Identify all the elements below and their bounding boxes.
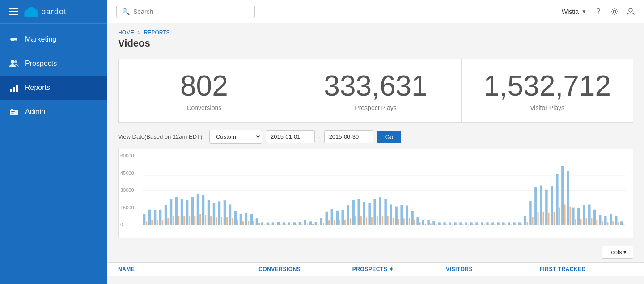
svg-rect-192 xyxy=(599,215,601,225)
date-from-input[interactable] xyxy=(266,130,315,143)
svg-rect-26 xyxy=(154,210,156,225)
column-header-prospects[interactable]: PROSPECTS ✦ xyxy=(352,266,446,272)
svg-rect-137 xyxy=(452,225,453,225)
column-header-visitors[interactable]: VISITORS xyxy=(446,266,539,272)
breadcrumb-separator: > xyxy=(137,30,140,36)
svg-rect-180 xyxy=(567,171,569,225)
page-title: Videos xyxy=(118,38,633,49)
svg-rect-125 xyxy=(419,223,421,225)
sidebar-item-prospects[interactable]: Prospects xyxy=(0,51,107,76)
svg-rect-98 xyxy=(347,205,349,225)
svg-rect-77 xyxy=(291,225,292,225)
svg-rect-64 xyxy=(256,219,258,225)
svg-rect-84 xyxy=(309,222,312,225)
svg-rect-178 xyxy=(561,166,564,225)
sidebar-item-marketing[interactable]: Marketing xyxy=(0,27,107,51)
stat-card-conversions: 802 Conversions xyxy=(118,59,290,123)
svg-rect-150 xyxy=(486,223,488,225)
svg-rect-163 xyxy=(521,225,523,225)
svg-rect-49 xyxy=(216,218,217,225)
svg-rect-131 xyxy=(436,224,437,225)
svg-rect-132 xyxy=(438,223,440,225)
svg-rect-76 xyxy=(288,223,290,225)
svg-rect-83 xyxy=(307,224,308,225)
sidebar-item-reports[interactable]: Reports xyxy=(0,76,107,100)
svg-rect-57 xyxy=(237,221,238,225)
svg-rect-148 xyxy=(481,223,483,225)
chevron-down-icon: ▼ xyxy=(581,8,587,15)
svg-rect-8 xyxy=(13,87,15,92)
sidebar-item-admin[interactable]: Admin xyxy=(0,100,107,124)
svg-rect-47 xyxy=(210,216,212,225)
breadcrumb-home[interactable]: HOME xyxy=(118,30,134,36)
svg-rect-127 xyxy=(425,224,426,225)
svg-rect-67 xyxy=(264,225,265,225)
svg-rect-120 xyxy=(406,206,408,225)
svg-rect-78 xyxy=(293,223,296,225)
prospect-plays-value: 333,631 xyxy=(324,70,427,102)
sidebar-navigation: Marketing Prospects xyxy=(0,24,107,284)
svg-rect-53 xyxy=(226,217,228,225)
svg-rect-185 xyxy=(580,220,581,225)
hamburger-button[interactable] xyxy=(7,7,20,17)
svg-rect-162 xyxy=(518,223,521,225)
svg-rect-75 xyxy=(285,225,287,225)
svg-rect-165 xyxy=(527,222,528,225)
tools-button[interactable]: Tools ▾ xyxy=(602,246,633,259)
svg-rect-38 xyxy=(186,200,188,225)
help-icon[interactable]: ? xyxy=(594,7,603,16)
search-box[interactable]: 🔍 xyxy=(116,5,255,18)
svg-rect-99 xyxy=(350,219,351,225)
svg-rect-87 xyxy=(318,225,319,225)
conversions-value: 802 xyxy=(180,70,228,102)
svg-rect-123 xyxy=(414,220,415,225)
svg-rect-11 xyxy=(11,109,13,111)
svg-rect-122 xyxy=(411,211,413,225)
svg-rect-186 xyxy=(583,205,585,225)
conversions-label: Conversions xyxy=(186,104,221,111)
stats-row: 802 Conversions 333,631 Prospect Plays 1… xyxy=(118,59,633,123)
svg-rect-194 xyxy=(604,216,606,225)
column-header-name[interactable]: NAME xyxy=(118,266,258,272)
org-selector[interactable]: Wistia ▼ xyxy=(562,8,587,15)
search-input[interactable] xyxy=(133,8,249,15)
svg-rect-31 xyxy=(167,219,169,225)
svg-rect-105 xyxy=(366,218,367,225)
svg-rect-152 xyxy=(491,223,494,225)
svg-rect-108 xyxy=(373,199,376,225)
svg-rect-104 xyxy=(363,202,365,225)
svg-rect-46 xyxy=(208,200,210,225)
svg-rect-128 xyxy=(427,220,429,225)
org-name: Wistia xyxy=(562,8,579,15)
svg-rect-71 xyxy=(275,225,276,225)
settings-icon[interactable] xyxy=(610,7,619,16)
topbar: 🔍 Wistia ▼ ? xyxy=(107,0,644,23)
column-header-conversions[interactable]: CONVERSIONS xyxy=(258,266,352,272)
svg-rect-154 xyxy=(497,223,499,225)
svg-rect-187 xyxy=(585,219,587,225)
table-toolbar: Tools ▾ xyxy=(107,244,644,260)
svg-rect-52 xyxy=(224,201,226,225)
svg-rect-9 xyxy=(16,85,18,92)
date-range-select[interactable]: Custom Today Yesterday Last 7 Days Last … xyxy=(209,130,262,144)
svg-rect-173 xyxy=(548,213,549,225)
svg-rect-85 xyxy=(312,224,314,225)
svg-rect-134 xyxy=(443,223,445,225)
user-icon[interactable] xyxy=(626,7,635,16)
svg-rect-68 xyxy=(267,223,269,225)
svg-rect-115 xyxy=(393,218,394,225)
svg-rect-82 xyxy=(304,220,306,225)
svg-rect-138 xyxy=(454,223,456,225)
svg-rect-156 xyxy=(502,223,504,225)
svg-rect-45 xyxy=(205,215,206,225)
main-content: 🔍 Wistia ▼ ? xyxy=(107,0,644,284)
breadcrumb-reports[interactable]: REPORTS xyxy=(144,30,170,36)
date-to-input[interactable] xyxy=(324,130,373,143)
marketing-label: Marketing xyxy=(25,35,56,43)
go-button[interactable]: Go xyxy=(377,131,402,143)
column-header-first-tracked[interactable]: FIRST TRACKED xyxy=(540,266,633,272)
svg-rect-90 xyxy=(326,212,328,225)
svg-rect-110 xyxy=(379,197,381,225)
svg-rect-73 xyxy=(280,225,281,225)
svg-rect-139 xyxy=(457,225,458,225)
